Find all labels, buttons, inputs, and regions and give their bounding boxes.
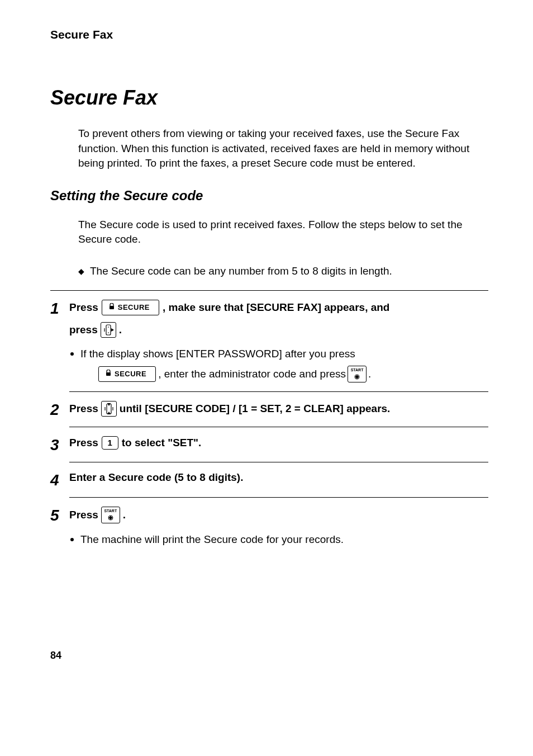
step-number: 3 [50,437,69,453]
start-key-icon: START [101,507,120,523]
step1-sub-c: . [368,368,371,380]
step-1: 1 Press SECURE , make sure that [SECURE … [50,291,488,391]
step5-text-b: . [123,509,126,521]
diamond-icon: ◆ [78,264,84,278]
step1-text-2b: . [119,324,122,336]
step3-text-a: Press [69,437,98,449]
intro-paragraph: To prevent others from viewing or taking… [78,126,483,171]
step-3: 3 Press 1 to select "SET". [50,427,488,462]
step-number: 2 [50,402,69,418]
page-number: 84 [50,650,488,662]
secure-button-label: SECURE [115,370,146,378]
bullet-icon [70,538,74,541]
step-2: 2 Press until [SECURE CODE] / [1 = SET, … [50,392,488,427]
step-5: 5 Press START . The machine will print t… [50,498,488,555]
svg-rect-1 [106,325,111,335]
step1-text-a: Press [69,301,98,314]
diamond-bullet-row: ◆ The Secure code can be any number from… [78,264,483,279]
subheading: Setting the Secure code [50,188,488,204]
svg-rect-0 [110,306,114,309]
svg-rect-6 [106,372,111,376]
step1-sub-b: , enter the administrator code and press [158,368,346,380]
step5-text-a: Press [69,509,98,521]
step1-text-b: , make sure that [SECURE FAX] appears, a… [163,301,390,314]
step1-text-2a: press [69,324,98,336]
svg-marker-12 [107,403,111,406]
page-title: Secure Fax [50,86,488,110]
step-4: 4 Enter a Secure code (5 to 8 digits). [50,462,488,497]
step3-text-b: to select "SET". [122,437,202,449]
bullet-icon [70,352,74,356]
running-header: Secure Fax [50,28,488,41]
secure-button: SECURE [102,300,159,315]
nav-down-key-icon [101,401,117,417]
svg-marker-3 [111,328,114,332]
step5-sub-text: The machine will print the Secure code f… [80,533,344,546]
step4-text: Enter a Secure code (5 to 8 digits). [69,471,488,484]
svg-rect-15 [108,516,112,519]
start-key-label: START [104,509,117,513]
step-number: 4 [50,472,69,488]
step-number: 1 [50,301,69,316]
sub-intro-paragraph: The Secure code is used to print receive… [78,218,483,247]
lock-icon [106,370,111,378]
start-key-label: START [351,368,364,372]
lock-icon [109,303,115,311]
diamond-bullet-text: The Secure code can be any number from 5… [90,264,483,279]
digit-1-key: 1 [102,436,118,450]
step2-text-b: until [SECURE CODE] / [1 = SET, 2 = CLEA… [120,403,391,415]
secure-button: SECURE [98,366,156,382]
step-number: 5 [50,508,69,523]
svg-marker-13 [107,412,111,414]
step2-text-a: Press [69,403,98,415]
start-key-icon: START [348,366,367,382]
nav-right-key-icon [101,322,116,338]
svg-rect-8 [355,375,359,379]
secure-button-label: SECURE [118,303,150,311]
step1-sub-a: If the display shows [ENTER PASSWORD] af… [80,348,355,360]
